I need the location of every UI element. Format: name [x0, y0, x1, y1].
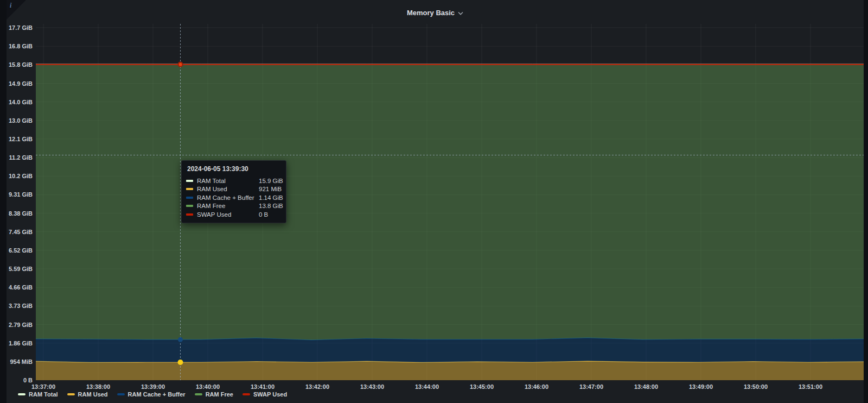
tooltip-series-name: SWAP Used	[197, 211, 259, 218]
y-axis-label: 0 B	[23, 377, 33, 383]
x-axis-label: 13:48:00	[634, 383, 658, 390]
legend-item-swap-used[interactable]: SWAP Used	[242, 391, 287, 398]
chart-legend: RAM TotalRAM UsedRAM Cache + BufferRAM F…	[18, 390, 287, 399]
y-axis-label: 13.0 GiB	[9, 117, 33, 124]
y-axis-label: 5.59 GiB	[9, 266, 33, 272]
tooltip-swatch-swap-used	[186, 213, 193, 216]
page-margin-right	[864, 0, 868, 403]
y-axis-label: 14.9 GiB	[9, 80, 33, 87]
tooltip-swatch-ram-cache-buffer	[186, 197, 193, 199]
legend-swatch-ram-total	[18, 393, 25, 395]
tooltip-swatch-ram-free	[186, 205, 193, 207]
tooltip-series-name: RAM Free	[197, 203, 259, 209]
tooltip-row-ram-used: RAM Used921 MiB	[186, 185, 282, 194]
y-axis-label: 17.7 GiB	[9, 24, 33, 31]
tooltip-series-value: 0 B	[259, 211, 282, 218]
chevron-down-icon	[458, 11, 463, 15]
tooltip-series-name: RAM Cache + Buffer	[197, 194, 259, 201]
tooltip-series-name: RAM Total	[197, 178, 259, 184]
x-axis-label: 13:42:00	[305, 383, 329, 390]
tooltip-timestamp: 2024-06-05 13:39:30	[187, 165, 282, 173]
legend-swatch-swap-used	[242, 393, 250, 395]
hover-point-ram-cache-buffer	[178, 337, 183, 342]
area-ram-used	[36, 361, 864, 380]
hover-point-ram-used	[178, 360, 183, 365]
y-axis-label: 7.45 GiB	[9, 229, 33, 235]
area-ram-cache-buffer	[36, 338, 864, 363]
y-axis-label: 10.2 GiB	[9, 173, 33, 179]
info-icon: i	[10, 2, 11, 10]
x-axis-label: 13:39:00	[141, 383, 165, 390]
legend-item-ram-cache-buffer[interactable]: RAM Cache + Buffer	[117, 391, 186, 398]
legend-item-ram-total[interactable]: RAM Total	[18, 391, 58, 398]
y-axis-label: 8.38 GiB	[9, 210, 33, 217]
legend-label: RAM Cache + Buffer	[128, 391, 186, 398]
hover-point-swap-used	[178, 62, 183, 67]
panel-title: Memory Basic	[407, 9, 455, 17]
legend-swatch-ram-used	[67, 393, 75, 395]
x-axis-label: 13:50:00	[744, 383, 768, 390]
x-axis-label: 13:49:00	[689, 383, 713, 390]
y-axis-label: 6.52 GiB	[9, 247, 33, 254]
area-ram-free	[36, 65, 864, 340]
tooltip-row-ram-cache-buffer: RAM Cache + Buffer1.14 GiB	[186, 193, 282, 202]
y-axis-label: 954 MiB	[10, 358, 33, 365]
legend-label: RAM Used	[78, 391, 108, 398]
x-axis-label: 13:37:00	[31, 383, 55, 390]
tooltip-series-value: 921 MiB	[259, 186, 282, 192]
x-axis-label: 13:45:00	[470, 383, 494, 390]
tooltip-row-ram-total: RAM Total15.9 GiB	[186, 177, 282, 185]
tooltip-series-value: 15.9 GiB	[259, 178, 283, 184]
tooltip-series-value: 13.8 GiB	[259, 203, 283, 209]
tooltip-series-name: RAM Used	[197, 186, 259, 192]
legend-label: RAM Total	[29, 391, 58, 398]
x-axis-label: 13:38:00	[86, 383, 110, 390]
y-axis-label: 15.8 GiB	[9, 61, 33, 68]
legend-item-ram-used[interactable]: RAM Used	[67, 391, 108, 398]
x-axis-label: 13:40:00	[196, 383, 220, 390]
y-axis-label: 9.31 GiB	[9, 191, 33, 198]
tooltip-row-swap-used: SWAP Used0 B	[186, 210, 282, 219]
x-axis-label: 13:51:00	[799, 383, 822, 390]
y-axis-label: 16.8 GiB	[9, 43, 33, 49]
memory-chart[interactable]: 0 B954 MiB1.86 GiB2.79 GiB3.73 GiB4.66 G…	[0, 0, 868, 403]
legend-label: SWAP Used	[253, 391, 287, 398]
y-axis-label: 14.0 GiB	[9, 99, 33, 105]
panel-info-corner[interactable]: i	[7, 0, 26, 20]
y-axis-label: 4.66 GiB	[9, 284, 33, 291]
page-margin-left	[0, 0, 7, 403]
legend-item-ram-free[interactable]: RAM Free	[195, 391, 233, 398]
legend-swatch-ram-free	[195, 393, 202, 395]
chart-tooltip: 2024-06-05 13:39:30 RAM Total15.9 GiBRAM…	[181, 160, 286, 223]
x-axis-label: 13:44:00	[415, 383, 439, 390]
x-axis-label: 13:41:00	[251, 383, 275, 390]
y-axis-label: 2.79 GiB	[9, 322, 33, 328]
legend-label: RAM Free	[206, 391, 233, 398]
panel-header[interactable]: Memory Basic	[7, 0, 864, 25]
tooltip-swatch-ram-used	[186, 188, 193, 190]
legend-swatch-ram-cache-buffer	[117, 393, 125, 395]
y-axis-label: 12.1 GiB	[9, 136, 33, 142]
y-axis-label: 11.2 GiB	[9, 154, 33, 161]
x-axis-label: 13:43:00	[360, 383, 384, 390]
x-axis-label: 13:47:00	[579, 383, 603, 390]
tooltip-swatch-ram-total	[186, 180, 193, 182]
y-axis-label: 1.86 GiB	[9, 340, 33, 347]
tooltip-series-value: 1.14 GiB	[259, 194, 283, 201]
tooltip-row-ram-free: RAM Free13.8 GiB	[186, 202, 282, 211]
y-axis-label: 3.73 GiB	[9, 303, 33, 309]
x-axis-label: 13:46:00	[525, 383, 548, 390]
